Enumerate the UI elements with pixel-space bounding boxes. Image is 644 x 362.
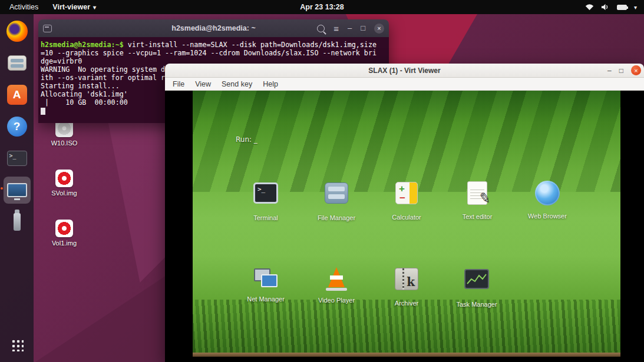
- display-icon: [7, 183, 27, 197]
- cone-band: [330, 275, 343, 280]
- app-grid-icon: [11, 338, 24, 351]
- vm-screen[interactable]: Run: _ >_ Terminal File Manager + −: [193, 91, 620, 357]
- close-button[interactable]: ×: [374, 24, 384, 34]
- dock-item-files[interactable]: [4, 49, 31, 77]
- vm-shortcut-label: File Manager: [308, 214, 365, 221]
- volume-icon[interactable]: [601, 4, 610, 11]
- cone-base: [326, 288, 347, 291]
- minimize-button[interactable]: –: [348, 24, 352, 32]
- vm-shortcut-label: Net Manager: [237, 295, 294, 303]
- archiver-letter: k: [407, 275, 415, 289]
- net-manager-icon: [253, 266, 279, 290]
- network-icon[interactable]: [585, 4, 594, 11]
- vm-shortcut-net-manager[interactable]: Net Manager: [237, 266, 294, 303]
- terminal-app-icon: >_: [7, 151, 27, 166]
- desktop-icon-label: Vol1.img: [45, 240, 83, 247]
- terminal-icon: >_: [253, 182, 278, 204]
- graph-line: [466, 272, 487, 286]
- minus-glyph: −: [399, 192, 405, 204]
- vm-shortcut-file-manager[interactable]: File Manager: [308, 180, 365, 221]
- virt-viewer-titlebar[interactable]: SLAX (1) - Virt Viewer – □ ×: [165, 64, 644, 78]
- show-applications-button[interactable]: [4, 331, 31, 358]
- shell-command: virt-install --name=SLAX --disk path=Dow…: [124, 41, 377, 49]
- vm-shortcut-web-browser[interactable]: Web Browser: [519, 180, 576, 220]
- minimize-button[interactable]: –: [607, 67, 612, 74]
- disk-image-icon: [55, 170, 73, 187]
- files-icon: [8, 55, 27, 71]
- menu-view[interactable]: View: [190, 79, 216, 89]
- archiver-icon: k: [395, 268, 418, 290]
- vm-taskbar[interactable]: [193, 353, 620, 357]
- close-button[interactable]: ×: [631, 65, 641, 75]
- vm-shortcut-label: Video Player: [308, 297, 365, 304]
- desktop-root: W10.ISO SVol.img Vol1.img h2smedia@h2sme…: [0, 0, 644, 362]
- vm-shortcut-label: Task Manager: [448, 301, 505, 308]
- dock-item-firefox[interactable]: [4, 18, 31, 45]
- vm-shortcut-terminal[interactable]: >_ Terminal: [237, 180, 294, 221]
- vm-shortcut-calculator[interactable]: + − Calculator: [378, 180, 435, 221]
- file-manager-icon: [325, 182, 348, 204]
- pencil-glyph: ✎: [478, 190, 492, 208]
- firefox-icon: [6, 21, 28, 42]
- virt-viewer-content: Run: _ >_ Terminal File Manager + −: [165, 91, 644, 362]
- top-bar: Activities Virt-viewer ▾ Apr 23 13:28 ▾: [0, 0, 644, 14]
- video-player-icon: [323, 266, 349, 291]
- disk-image-icon: [55, 220, 73, 237]
- dock-item-virt-viewer[interactable]: [4, 177, 31, 204]
- menu-icon[interactable]: ≡: [333, 25, 339, 32]
- dock-item-removable-media[interactable]: [4, 208, 31, 235]
- vm-shortcut-label: Terminal: [237, 214, 294, 221]
- vm-shortcut-label: Text editor: [449, 213, 506, 220]
- calculator-strip: [409, 182, 417, 204]
- vm-run-prompt[interactable]: Run: _: [236, 135, 257, 144]
- terminal-cursor: [41, 108, 45, 115]
- desktop-icon-label: SVol.img: [45, 190, 83, 197]
- maximize-button[interactable]: □: [361, 24, 365, 32]
- desktop-icon-svol-img[interactable]: SVol.img: [45, 170, 83, 197]
- dock-item-terminal[interactable]: >_: [4, 145, 31, 172]
- task-manager-icon: [464, 269, 489, 289]
- desktop-icon-vol1-img[interactable]: Vol1.img: [45, 220, 83, 247]
- terminal-titlebar[interactable]: h2smedia@h2smedia: ~ ≡ – □ ×: [38, 19, 389, 37]
- vm-shortcut-task-manager[interactable]: Task Manager: [448, 266, 505, 308]
- menu-help[interactable]: Help: [257, 79, 283, 89]
- maximize-button[interactable]: □: [619, 67, 623, 74]
- virt-viewer-window: SLAX (1) - Virt Viewer – □ × File View S…: [165, 64, 644, 362]
- virt-viewer-menubar: File View Send key Help: [165, 78, 644, 91]
- virt-viewer-title: SLAX (1) - Virt Viewer: [165, 67, 644, 75]
- web-browser-icon: [535, 181, 560, 205]
- menu-file[interactable]: File: [167, 79, 190, 89]
- dock-item-ubuntu-software[interactable]: A: [4, 81, 31, 108]
- chevron-down-icon[interactable]: ▾: [634, 4, 637, 11]
- vm-shortcut-label: Web Browser: [519, 212, 576, 220]
- desktop-icon-w10-iso[interactable]: W10.ISO: [45, 119, 83, 147]
- desktop-icon-label: W10.ISO: [45, 140, 83, 147]
- terminal-line: h2smedia@h2smedia:~$ virt-install --name…: [41, 41, 387, 49]
- vm-shortcut-label: Archiver: [378, 300, 435, 307]
- battery-icon[interactable]: [617, 5, 627, 10]
- calculator-icon: + −: [395, 182, 418, 204]
- vm-shortcut-label: Calculator: [378, 214, 435, 221]
- ubuntu-software-icon: A: [7, 85, 27, 105]
- vm-shortcut-archiver[interactable]: k Archiver: [378, 266, 435, 307]
- terminal-line: =10 --graphics spice --vcpu=1 --ram=1024…: [41, 49, 387, 57]
- dock: A ? >_: [0, 14, 34, 362]
- text-editor-icon: ✎: [467, 181, 487, 205]
- vm-shortcut-video-player[interactable]: Video Player: [308, 266, 365, 304]
- help-icon: ?: [7, 117, 27, 137]
- window-tab-icon: [43, 25, 52, 32]
- clock[interactable]: Apr 23 13:28: [0, 3, 644, 11]
- menu-send-key[interactable]: Send key: [216, 79, 257, 89]
- search-icon[interactable]: [317, 25, 325, 32]
- usb-drive-icon: [14, 213, 21, 231]
- vm-shortcut-text-editor[interactable]: ✎ Text editor: [449, 180, 506, 220]
- dock-item-help[interactable]: ?: [4, 113, 31, 140]
- shell-prompt: h2smedia@h2smedia:~$: [41, 41, 124, 49]
